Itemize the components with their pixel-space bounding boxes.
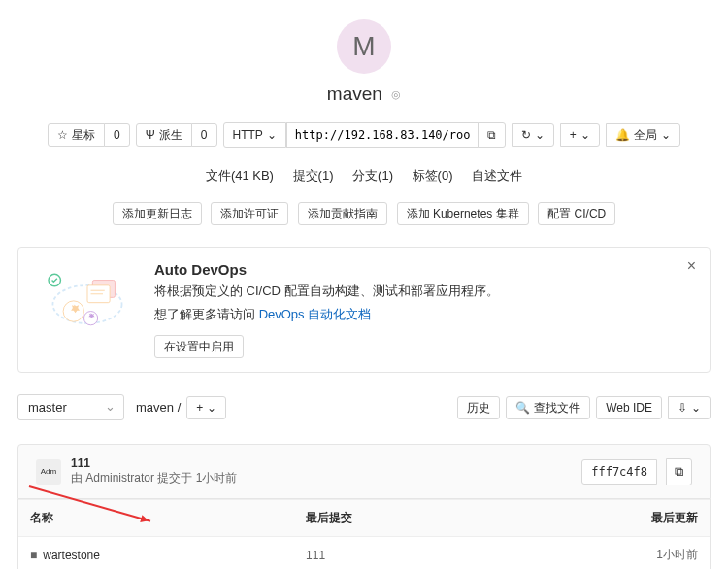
search-icon: 🔍 (515, 402, 530, 414)
star-icon: ☆ (57, 129, 68, 141)
column-name: 名称 (18, 500, 294, 537)
file-nav: master maven / + ⌄ 历史 🔍 查找文件 Web IDE ⇩ ⌄ (0, 388, 728, 426)
stat-files[interactable]: 文件(41 KB) (206, 168, 274, 183)
visibility-icon: ◎ (391, 88, 401, 100)
commit-meta: 由 Administrator 提交于 1小时前 (71, 470, 572, 486)
fork-button[interactable]: Ψ 派生 (136, 123, 192, 147)
add-button[interactable]: + ⌄ (560, 123, 600, 147)
enable-auto-devops-button[interactable]: 在设置中启用 (154, 335, 244, 358)
project-avatar: M (337, 19, 391, 74)
plus-icon: + (570, 129, 577, 141)
add-file-button[interactable]: + ⌄ (186, 396, 225, 419)
column-commit: 最后提交 (294, 500, 534, 537)
copy-sha-button[interactable]: ⧉ (666, 458, 692, 485)
refresh-icon: ↻ (521, 129, 531, 141)
refresh-button[interactable]: ↻ ⌄ (512, 123, 554, 147)
branch-dropdown[interactable]: master (17, 394, 124, 420)
project-toolbar: ☆ 星标 0 Ψ 派生 0 HTTP ⌄ ⧉ ↻ ⌄ + ⌄ 🔔 全局 ⌄ (0, 115, 728, 155)
stat-readme[interactable]: 自述文件 (472, 168, 522, 183)
add-contrib-button[interactable]: 添加贡献指南 (298, 202, 387, 225)
svg-point-6 (63, 301, 83, 321)
fork-count: 0 (191, 123, 217, 147)
last-commit-panel: Adm 111 由 Administrator 提交于 1小时前 fff7c4f… (17, 444, 711, 499)
star-count: 0 (104, 123, 130, 147)
commit-avatar: Adm (36, 459, 61, 485)
commit-title[interactable]: 111 (71, 456, 572, 470)
commit-sha[interactable]: fff7c4f8 (581, 459, 657, 485)
download-button[interactable]: ⇩ ⌄ (668, 396, 711, 419)
config-cicd-button[interactable]: 配置 CI/CD (538, 202, 615, 225)
clone-url[interactable] (286, 122, 479, 148)
download-icon: ⇩ (678, 402, 687, 414)
copy-url-button[interactable]: ⧉ (478, 122, 506, 148)
project-name: maven ◎ (0, 84, 728, 105)
webide-button[interactable]: Web IDE (596, 396, 662, 419)
close-icon[interactable]: × (687, 257, 696, 275)
table-row[interactable]: ■wartestone 111 1小时前 (18, 537, 710, 570)
add-changelog-button[interactable]: 添加更新日志 (113, 202, 202, 225)
stat-commits[interactable]: 提交(1) (293, 168, 334, 183)
auto-devops-title: Auto DevOps (154, 261, 499, 278)
copy-icon: ⧉ (487, 129, 496, 141)
notification-button[interactable]: 🔔 全局 ⌄ (606, 123, 680, 147)
breadcrumb: maven / (136, 400, 181, 415)
suggestion-buttons: 添加更新日志 添加许可证 添加贡献指南 添加 Kubernetes 集群 配置 … (0, 196, 728, 239)
add-k8s-button[interactable]: 添加 Kubernetes 集群 (397, 202, 529, 225)
bell-icon: 🔔 (615, 129, 630, 141)
auto-devops-link[interactable]: DevOps 自动化文档 (259, 307, 372, 321)
column-update: 最后更新 (535, 500, 710, 537)
stat-tags[interactable]: 标签(0) (413, 168, 453, 183)
protocol-dropdown[interactable]: HTTP ⌄ (223, 122, 286, 148)
project-stats: 文件(41 KB) 提交(1) 分支(1) 标签(0) 自述文件 (0, 155, 728, 196)
files-table: 名称 最后提交 最后更新 ■wartestone 111 1小时前 🗎READM… (17, 499, 711, 569)
star-button[interactable]: ☆ 星标 (48, 123, 105, 147)
stat-branches[interactable]: 分支(1) (352, 168, 393, 183)
auto-devops-desc: 将根据预定义的 CI/CD 配置自动构建、测试和部署应用程序。 (154, 282, 499, 301)
auto-devops-panel: Auto DevOps 将根据预定义的 CI/CD 配置自动构建、测试和部署应用… (17, 247, 711, 373)
fork-icon: Ψ (146, 129, 155, 141)
auto-devops-illustration (34, 261, 141, 339)
history-button[interactable]: 历史 (457, 396, 500, 419)
copy-icon: ⧉ (675, 464, 683, 479)
find-file-button[interactable]: 🔍 查找文件 (506, 396, 590, 419)
add-license-button[interactable]: 添加许可证 (211, 202, 288, 225)
folder-icon: ■ (30, 549, 37, 562)
